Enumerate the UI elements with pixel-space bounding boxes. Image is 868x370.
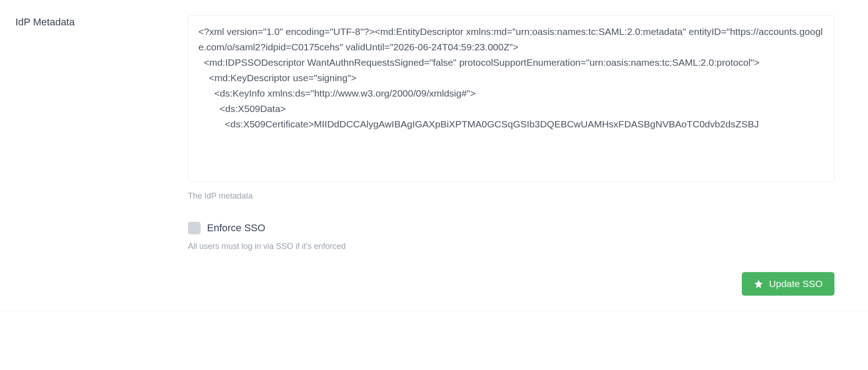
update-sso-button[interactable]: Update SSO [742,272,834,296]
enforce-sso-label[interactable]: Enforce SSO [207,222,265,234]
enforce-sso-checkbox[interactable] [188,222,201,234]
idp-metadata-textarea[interactable] [188,15,834,182]
idp-metadata-help: The IdP metadata [188,190,834,202]
star-icon [754,279,764,289]
enforce-sso-help: All users must log in via SSO if it's en… [188,241,834,252]
idp-metadata-label: IdP Metadata [15,15,188,29]
section-divider [0,311,868,312]
update-sso-button-label: Update SSO [769,278,823,289]
